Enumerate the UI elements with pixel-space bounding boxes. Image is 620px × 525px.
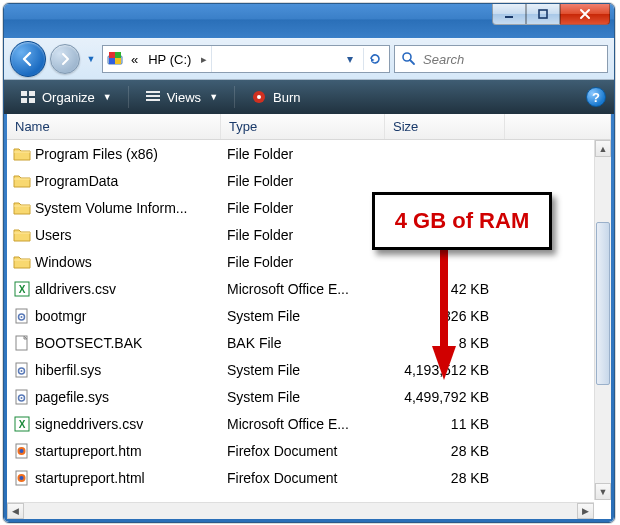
svg-rect-10 [29, 91, 35, 96]
file-row[interactable]: ProgramDataFile Folder [7, 167, 611, 194]
file-row[interactable]: pagefile.sysSystem File4,499,792 KB [7, 383, 611, 410]
sys-icon [13, 388, 31, 406]
annotation-callout: 4 GB of RAM [372, 192, 552, 250]
scroll-thumb[interactable] [596, 222, 610, 385]
folder-icon [13, 199, 31, 217]
folder-icon [13, 253, 31, 271]
command-bar: Organize ▼ Views ▼ Burn ? [4, 80, 614, 114]
vertical-scrollbar[interactable]: ▲ ▼ [594, 140, 611, 500]
search-placeholder: Search [423, 52, 464, 67]
svg-rect-3 [109, 52, 115, 58]
excel-icon: X [13, 415, 31, 433]
file-size: 28 KB [385, 437, 505, 464]
file-name: hiberfil.sys [35, 362, 101, 378]
annotation-arrow-icon [432, 250, 456, 380]
file-list-pane: Name Type Size Program Files (x86)File F… [4, 114, 614, 522]
file-row[interactable]: hiberfil.sysSystem File4,193,512 KB [7, 356, 611, 383]
svg-line-8 [410, 60, 414, 64]
file-name: Program Files (x86) [35, 146, 158, 162]
scroll-down-arrow-icon[interactable]: ▼ [595, 483, 611, 500]
file-row[interactable]: bootmgrSystem File326 KB [7, 302, 611, 329]
svg-text:X: X [19, 419, 26, 430]
file-name: signeddrivers.csv [35, 416, 143, 432]
file-row[interactable]: startupreport.htmFirefox Document28 KB [7, 437, 611, 464]
column-header-size[interactable]: Size [385, 114, 505, 139]
file-size [385, 140, 505, 167]
burn-button[interactable]: Burn [243, 85, 308, 109]
scroll-right-arrow-icon[interactable]: ▶ [577, 503, 594, 519]
file-size [385, 167, 505, 194]
maximize-button[interactable] [526, 3, 560, 25]
drive-icon [105, 49, 125, 69]
svg-rect-13 [146, 91, 160, 93]
file-row[interactable]: Program Files (x86)File Folder [7, 140, 611, 167]
file-row[interactable]: WindowsFile Folder [7, 248, 611, 275]
svg-rect-14 [146, 95, 160, 97]
column-header-type[interactable]: Type [221, 114, 385, 139]
file-size: 4,499,792 KB [385, 383, 505, 410]
file-type: File Folder [221, 194, 385, 221]
window-controls [492, 3, 610, 25]
chevron-down-icon: ▼ [103, 92, 112, 102]
svg-rect-5 [109, 58, 115, 64]
minimize-button[interactable] [492, 3, 526, 25]
file-row[interactable]: Xsigneddrivers.csvMicrosoft Office E...1… [7, 410, 611, 437]
svg-rect-12 [29, 98, 35, 103]
file-type: System File [221, 302, 385, 329]
file-name: alldrivers.csv [35, 281, 116, 297]
folder-icon [13, 172, 31, 190]
svg-rect-4 [115, 52, 121, 58]
file-type: File Folder [221, 167, 385, 194]
column-headers: Name Type Size [7, 114, 611, 140]
excel-icon: X [13, 280, 31, 298]
svg-marker-39 [432, 346, 456, 380]
file-type: File Folder [221, 221, 385, 248]
burn-label: Burn [273, 90, 300, 105]
file-name: startupreport.htm [35, 443, 142, 459]
scroll-left-arrow-icon[interactable]: ◀ [7, 503, 24, 519]
svg-point-29 [21, 397, 23, 399]
scroll-up-arrow-icon[interactable]: ▲ [595, 140, 611, 157]
svg-rect-1 [539, 10, 547, 18]
nav-history-dropdown[interactable]: ▼ [84, 48, 98, 70]
breadcrumb-arrow-icon[interactable]: ▸ [197, 53, 211, 66]
search-icon [401, 51, 417, 67]
help-icon: ? [592, 90, 600, 105]
file-type: System File [221, 383, 385, 410]
toolbar-separator [128, 86, 129, 108]
address-dropdown-icon[interactable]: ▾ [339, 48, 361, 70]
svg-point-26 [21, 370, 23, 372]
svg-point-34 [20, 449, 24, 453]
sys-icon [13, 307, 31, 325]
address-bar-buttons: ▾ [211, 46, 389, 72]
scroll-track[interactable] [595, 157, 611, 483]
forward-button[interactable] [50, 44, 80, 74]
organize-icon [20, 89, 36, 105]
scroll-track[interactable] [24, 503, 577, 519]
file-name: Users [35, 227, 72, 243]
column-header-name[interactable]: Name [7, 114, 221, 139]
back-button[interactable] [10, 41, 46, 77]
views-label: Views [167, 90, 201, 105]
organize-menu[interactable]: Organize ▼ [12, 85, 120, 109]
file-name: pagefile.sys [35, 389, 109, 405]
horizontal-scrollbar[interactable]: ◀ ▶ [7, 502, 594, 519]
file-row[interactable]: startupreport.htmlFirefox Document28 KB [7, 464, 611, 491]
address-bar[interactable]: « HP (C:) ▸ ▾ [102, 45, 390, 73]
toolbar-separator [234, 86, 235, 108]
svg-point-17 [257, 95, 261, 99]
file-type: File Folder [221, 140, 385, 167]
help-button[interactable]: ? [586, 87, 606, 107]
file-row[interactable]: Xalldrivers.csvMicrosoft Office E...42 K… [7, 275, 611, 302]
burn-icon [251, 89, 267, 105]
search-box[interactable]: Search [394, 45, 608, 73]
file-row[interactable]: BOOTSECT.BAKBAK File8 KB [7, 329, 611, 356]
refresh-button[interactable] [363, 48, 385, 70]
file-name: bootmgr [35, 308, 86, 324]
breadcrumb-prefix: « [127, 46, 144, 72]
title-bar [4, 4, 614, 38]
close-button[interactable] [560, 3, 610, 25]
views-menu[interactable]: Views ▼ [137, 85, 226, 109]
breadcrumb-location[interactable]: HP (C:) [144, 46, 197, 72]
folder-icon [13, 226, 31, 244]
